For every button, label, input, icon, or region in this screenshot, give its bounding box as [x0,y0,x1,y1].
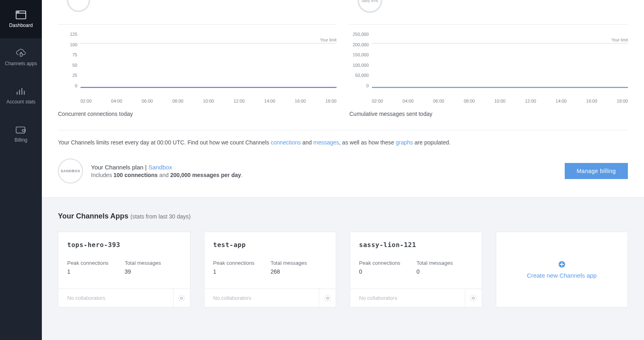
plan-link-sandbox[interactable]: Sandbox [149,164,172,171]
limit-label: Your limit [611,38,628,42]
app-settings-button[interactable] [173,289,190,307]
sidebar-item-account-stats[interactable]: Account stats [0,76,42,115]
app-card[interactable]: test-app Peak connections 1 Total messag… [204,232,336,307]
charts-row: 125 100 75 50 25 0 Your limit [42,0,644,117]
sidebar: Dashboard Channels apps Account stats Bi… [0,0,42,340]
app-name: tops-hero-393 [67,241,181,249]
sidebar-item-label: Billing [14,137,27,143]
total-messages-value: 39 [125,268,161,275]
gear-icon [178,294,186,302]
y-axis: 250,000 200,000 150,000 100,000 50,000 0 [349,32,372,88]
stats-icon [16,87,26,96]
svg-point-13 [473,297,475,299]
link-connections[interactable]: connections [271,139,301,146]
chart-title: Cumulative messages sent today [349,111,628,117]
chart-cumulative-messages: daily limit 250,000 200,000 150,000 100,… [349,0,628,117]
y-axis: 125 100 75 50 25 0 [58,32,80,88]
data-line [372,87,628,88]
peak-connections-label: Peak connections [359,260,400,266]
link-graphs[interactable]: graphs [396,139,413,146]
data-line [80,87,336,88]
window-icon [16,10,26,19]
svg-point-2 [17,12,18,12]
total-messages-value: 268 [270,268,307,275]
peak-connections-value: 1 [67,268,109,275]
sidebar-item-dashboard[interactable]: Dashboard [0,0,42,38]
app-name: sassy-lion-121 [359,241,473,249]
manage-billing-button[interactable]: Manage billing [565,163,628,179]
x-axis: 02:00 04:00 06:00 08:00 10:00 12:00 14:0… [80,99,336,103]
plan-row: SANDBOX Your Channels plan | Sandbox Inc… [42,146,644,198]
total-messages-value: 0 [417,268,453,275]
plan-title: Your Channels plan | Sandbox [91,164,243,171]
plus-circle-icon [558,261,566,268]
plan-badge: SANDBOX [58,159,83,183]
peak-connections-value: 1 [213,268,255,275]
daily-limit-ring: daily limit [357,0,382,13]
peak-connections-value: 0 [359,268,400,275]
svg-point-12 [326,297,328,299]
peak-connections-label: Peak connections [213,260,255,266]
chart-plot: Your limit [372,32,628,88]
cloud-upload-icon [16,49,26,58]
x-axis: 02:00 04:00 06:00 08:00 10:00 12:00 14:0… [372,99,628,103]
svg-point-10 [68,0,89,11]
sidebar-item-label: Account stats [6,99,35,105]
create-app-label: Create new Channels app [527,272,597,279]
app-card[interactable]: tops-hero-393 Peak connections 1 Total m… [58,232,190,307]
apps-header: Your Channels Apps (stats from last 30 d… [58,212,628,220]
app-name: test-app [213,241,327,249]
gear-icon [469,294,477,302]
sidebar-item-label: Channels apps [5,61,37,66]
daily-limit-ring [66,0,91,13]
app-settings-button[interactable] [319,289,336,307]
chart-concurrent-connections: 125 100 75 50 25 0 Your limit [58,0,336,117]
apps-section: Your Channels Apps (stats from last 30 d… [42,198,644,340]
chart-title: Concurrent connections today [58,111,336,117]
limit-label: Your limit [320,38,336,42]
create-app-card[interactable]: Create new Channels app [496,232,628,307]
peak-connections-label: Peak connections [67,260,109,266]
sidebar-item-channels-apps[interactable]: Channels apps [0,38,42,76]
chart-plot: Your limit [80,32,336,88]
total-messages-label: Total messages [125,260,161,266]
sidebar-item-billing[interactable]: Billing [0,115,42,153]
wallet-icon [16,125,26,134]
plan-includes: Includes 100 connections and 200,000 mes… [91,172,243,178]
total-messages-label: Total messages [270,260,307,266]
collaborators-text: No collaborators [67,295,105,301]
total-messages-label: Total messages [417,260,453,266]
app-settings-button[interactable] [465,289,482,307]
app-card[interactable]: sassy-lion-121 Peak connections 0 Total … [350,232,482,307]
limits-info-text: Your Channels limits reset every day at … [42,139,644,146]
gear-icon [324,294,332,302]
collaborators-text: No collaborators [213,295,252,301]
collaborators-text: No collaborators [359,295,397,301]
main-content: 125 100 75 50 25 0 Your limit [42,0,644,340]
svg-rect-4 [20,53,22,56]
link-messages[interactable]: messages [314,139,339,146]
svg-rect-9 [16,127,25,133]
sidebar-item-label: Dashboard [9,23,33,28]
svg-point-3 [19,12,19,12]
svg-point-11 [181,297,183,299]
